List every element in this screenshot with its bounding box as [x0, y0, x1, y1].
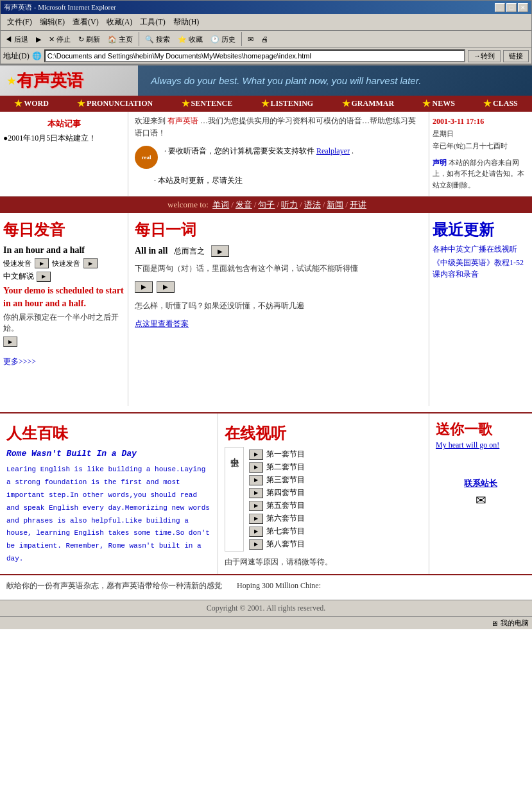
bullet2: · 本站及时更新，尽请关注	[154, 175, 422, 186]
welcome-col: 欢迎来到 有声英语 …我们为您提供实用的学习资料和可模仿的语音…帮助您练习英语口…	[128, 112, 429, 196]
cctv-play-4[interactable]: ▶	[249, 488, 263, 498]
realplayer-link[interactable]: Realplayer	[316, 146, 350, 155]
nav-sentence[interactable]: ★SENTENCE	[176, 96, 238, 112]
fast-label: 快速发音	[52, 259, 80, 268]
cctv-play-6[interactable]: ▶	[249, 514, 263, 524]
close-button[interactable]: ✕	[518, 3, 528, 12]
cctv-program-1: 第一套节目	[266, 449, 305, 460]
word-title: 每日一词	[135, 220, 422, 240]
forward-button[interactable]: ▶	[33, 33, 44, 46]
mail-button[interactable]: ✉	[245, 33, 257, 46]
wb-div-5: /	[321, 200, 327, 210]
window-controls[interactable]: _ □ ✕	[495, 3, 528, 12]
back-button[interactable]: ◀ 后退	[2, 33, 31, 46]
home-button[interactable]: 🏠 主页	[105, 33, 136, 46]
print-button[interactable]: 🖨	[258, 33, 271, 45]
cctv-play-3[interactable]: ▶	[249, 475, 263, 485]
links-button[interactable]: 链接	[503, 50, 529, 62]
word-play-button[interactable]: ▶	[211, 245, 229, 257]
cctv-play-2[interactable]: ▶	[249, 462, 263, 473]
more-link[interactable]: 更多>>>>	[3, 357, 36, 366]
datetime-box: 2001-3-11 17:16 星期日 辛已年(蛇)二月十七酉时	[433, 115, 529, 152]
nav-star-3: ★	[182, 98, 190, 109]
cctv-row-2: ▶ 第二套节目	[249, 462, 422, 473]
wb-link-sentence[interactable]: 句子	[258, 199, 275, 211]
nav-star-7: ★	[483, 98, 492, 109]
cctv-program-3: 第三套节目	[266, 474, 305, 485]
update-link-2[interactable]: 《中级美国英语》教程1-52课内容和录音	[433, 257, 529, 280]
menu-edit[interactable]: 编辑(E)	[36, 15, 69, 29]
sentence-play-button[interactable]: ▶	[3, 336, 17, 347]
cctv-program-6: 第六套节目	[266, 513, 305, 524]
menu-favorites[interactable]: 收藏(A)	[103, 15, 137, 29]
chinese-label: 中文解说	[3, 271, 34, 282]
answer-link[interactable]: 点这里查看答案	[135, 319, 189, 328]
cctv-play-1[interactable]: ▶	[249, 449, 263, 460]
wb-link-word[interactable]: 单词	[212, 199, 229, 211]
realplayer-icon: real	[135, 146, 158, 169]
word-play-controls: ▶ ▶	[135, 281, 422, 293]
computer-icon: 🖥	[491, 620, 498, 627]
datetime-col: 2001-3-11 17:16 星期日 辛已年(蛇)二月十七酉时 声明 本站的部…	[429, 112, 532, 196]
contact-link[interactable]: 联系站长	[464, 478, 497, 488]
search-button[interactable]: 🔍 搜索	[142, 33, 173, 46]
realplayer-text: · 要收听语音，您的计算机需要安装支持软件 Realplayer .	[164, 146, 354, 157]
nav-news[interactable]: ★NEWS	[417, 96, 459, 112]
address-input[interactable]	[44, 49, 465, 62]
nav-word[interactable]: ★WORD	[9, 96, 54, 112]
menu-view[interactable]: 查看(V)	[69, 15, 103, 29]
wb-link-listening[interactable]: 听力	[281, 199, 298, 211]
wb-div-1: /	[229, 200, 236, 210]
copyright-bar: Copyright © 2001. All rights reserved.	[0, 600, 532, 616]
toolbar: ◀ 后退 ▶ ✕ 停止 ↻ 刷新 🏠 主页 🔍 搜索 ⭐ 收藏 🕐 历史 ✉ 🖨	[1, 31, 531, 48]
refresh-button[interactable]: ↻ 刷新	[75, 33, 103, 46]
cctv-row-6: ▶ 第六套节目	[249, 513, 422, 524]
announcement-title: 本站记事	[3, 118, 124, 130]
cctv-row-7: ▶ 第七套节目	[249, 526, 422, 537]
nav-class[interactable]: ★CLASS	[478, 96, 523, 112]
slow-play-button[interactable]: ▶	[35, 258, 49, 268]
nav-grammar[interactable]: ★GRAMMAR	[337, 96, 400, 112]
menu-file[interactable]: 文件(F)	[3, 15, 36, 29]
menu-tools[interactable]: 工具(T)	[136, 15, 169, 29]
story-body: Learing English is like building a house…	[6, 464, 211, 565]
nav-listening[interactable]: ★LISTENING	[256, 96, 319, 112]
word-play-1[interactable]: ▶	[135, 281, 153, 293]
cctv-play-8[interactable]: ▶	[249, 539, 263, 550]
favorites-button[interactable]: ⭐ 收藏	[175, 33, 206, 46]
update-link-1[interactable]: 各种中英文广播在线视听	[433, 243, 529, 255]
wb-div-4: /	[298, 200, 304, 210]
sentence-chinese: 你的展示预定在一个半小时之后开始。	[3, 312, 124, 334]
maximize-button[interactable]: □	[506, 3, 517, 12]
word-description: 下面是两句（对）话，里面就包含有这个单词，试试能不能听得懂	[135, 262, 422, 276]
word-followup: 怎么样，听懂了吗？如果还没听懂，不妨再听几遍	[135, 299, 422, 313]
cctv-play-7[interactable]: ▶	[249, 526, 263, 537]
wb-link-pronunciation[interactable]: 发音	[236, 199, 252, 211]
contact-section: 联系站长 ✉	[436, 478, 526, 508]
fast-play-button[interactable]: ▶	[83, 258, 98, 268]
word-play-2[interactable]: ▶	[157, 281, 175, 293]
site-logo: ★ 有声英语	[0, 65, 138, 96]
cctv-play-5[interactable]: ▶	[249, 501, 263, 511]
go-button[interactable]: →转到	[468, 50, 501, 62]
address-bar: 地址(D) 🌐 →转到 链接	[1, 48, 531, 65]
daily-pronunciation-col: 每日发音 In an hour and a half 慢速发音 ▶ 快速发音 ▶…	[0, 213, 128, 406]
song-link[interactable]: My heart will go on!	[436, 440, 499, 449]
stop-button[interactable]: ✕ 停止	[46, 33, 74, 46]
updates-title: 最近更新	[433, 220, 529, 240]
cctv-program-4: 第四套节目	[266, 487, 305, 498]
menu-help[interactable]: 帮助(H)	[169, 15, 203, 29]
nav-pronunciation[interactable]: ★PRONUNCIATION	[72, 96, 158, 112]
minimize-button[interactable]: _	[495, 3, 505, 12]
wb-div-6: /	[343, 200, 350, 210]
wb-link-news[interactable]: 新闻	[327, 199, 343, 211]
welcome-intro: 欢迎来到	[135, 116, 166, 125]
cctv-program-5: 第五套节目	[266, 500, 305, 511]
top-row: 本站记事 ●2001年10月5日本站建立！ 欢迎来到 有声英语 …我们为您提供实…	[0, 112, 532, 196]
history-button[interactable]: 🕐 历史	[207, 33, 239, 46]
nav-bar: ★WORD ★PRONUNCIATION ★SENTENCE ★LISTENIN…	[0, 96, 532, 112]
wb-link-class[interactable]: 开讲	[350, 199, 366, 211]
word-entry-row: All in all 总而言之 ▶	[135, 245, 422, 257]
wb-link-grammar[interactable]: 语法	[304, 199, 321, 211]
chinese-play-button[interactable]: ▶	[37, 272, 51, 282]
